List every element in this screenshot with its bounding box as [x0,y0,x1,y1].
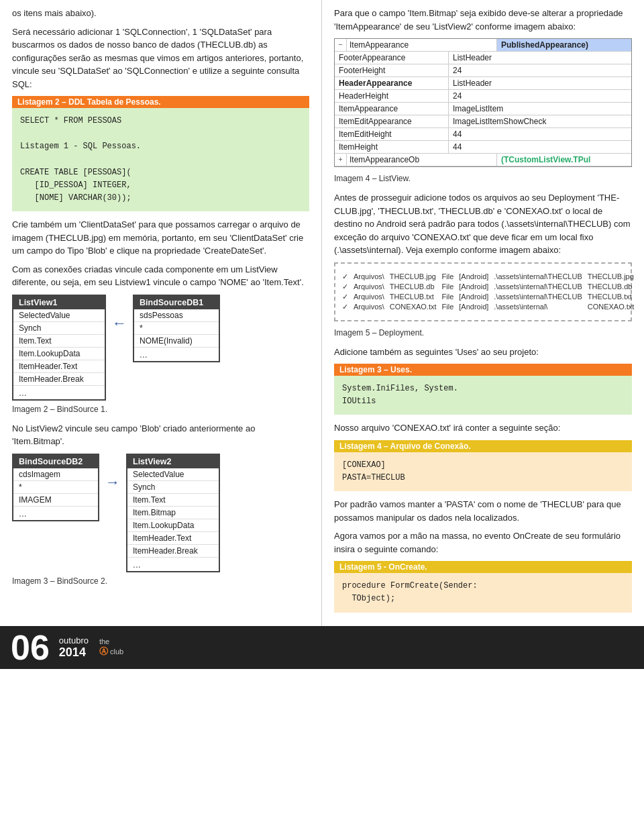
bindsourcedb1-box: BindSourceDB1 sdsPessoas * NOME(Invalid)… [133,295,220,362]
listview2-row-itemheadertext: ItemHeader.Text [127,532,219,545]
para-listview2: No ListView2 vincule seu campo 'Blob' cr… [12,422,309,448]
para-antes-de-prosseguir: Antes de prosseguir adicione todos os ar… [334,191,632,257]
section-label-listagem4: Listagem 4 – Arquivo de Conexão. [334,440,632,452]
prop-section-header: − ItemAppearance PublishedAppearance) [335,39,631,52]
prop-row-header-appearance: HeaderAppearance ListHeader [335,77,631,90]
footer-year: 2014 [59,646,89,660]
listview1-row-synch: Synch [13,322,105,335]
listview2-row-itemtext: Item.Text [127,494,219,507]
footer-day: 06 [11,630,50,665]
prop-row-footer-height: FooterHeight 24 [335,64,631,77]
deploy-row-4: ✓ Arquivos\ CONEXAO.txt File [Android] .… [339,302,637,312]
bind1-row-sdspessoas: sdsPessoas [134,309,219,322]
para-nosso-arquivo: Nosso arquivo 'CONEXAO.txt' irá conter a… [334,421,632,435]
footer-logo: the Ⓐ club [99,637,123,658]
arrow2-icon: → [105,474,120,491]
bind2-row-star: * [13,481,98,494]
code-block-conexao: [CONEXAO] PASTA=THECLUB [334,452,632,491]
footer: 06 outubro 2014 the Ⓐ club [0,626,644,669]
code-block-sql: SELECT * FROM PESSOAS Listagem 1 - SQL P… [12,108,309,211]
listview2-row-itemlookup: Item.LookupData [127,519,219,532]
bindsourcedb2-box: BindSourceDB2 cdsImagem * IMAGEM ... [12,454,99,521]
para-adicione-uses: Adicione também as seguintes 'Uses' ao s… [334,346,632,359]
deploy-row-1: ✓ Arquivos\ THECLUB.jpg File [Android] .… [339,272,637,282]
caption-img5: Imagem 5 – Deployment. [334,327,632,339]
caption-img4: Imagem 4 – ListView. [334,172,632,185]
para-agora-vamos: Agora vamos por a mão na massa, no event… [334,529,632,556]
bind1-row-star: * [134,322,219,335]
listview1-row-selectedvalue: SelectedValue [13,309,105,322]
deploy-row-3: ✓ Arquivos\ THECLUB.txt File [Android] .… [339,292,637,302]
listview1-row-itemheadertext: ItemHeader.Text [13,360,105,373]
listview2-row-selectedvalue: SelectedValue [127,468,219,481]
deploy-table: ✓ Arquivos\ THECLUB.jpg File [Android] .… [339,272,637,312]
listview2-dots: ... [127,558,219,571]
property-grid: − ItemAppearance PublishedAppearance) Fo… [334,38,632,167]
listview1-box: ListView1 SelectedValue Synch Item.Text … [12,295,106,401]
prop-expand-icon: − [335,39,347,51]
prop-row-header-height: HeaderHeight 24 [335,90,631,103]
deploy-table-container: ✓ Arquivos\ THECLUB.jpg File [Android] .… [334,262,632,321]
listview1-row-itemtext: Item.Text [13,335,105,348]
bind2-row-cdsimagem: cdsImagem [13,468,98,481]
prop-row-itemedit-appearance: ItemEditAppearance ImageListItemShowChec… [335,115,631,128]
section-label-listagem3: Listagem 3 – Uses. [334,364,632,376]
listview2-header: ListView2 [127,455,219,468]
listview1-row-itemlookup: Item.LookupData [13,348,105,360]
prop-section-key: ItemAppearance [347,39,497,51]
diagram-bindsource1: ListView1 SelectedValue Synch Item.Text … [12,295,309,401]
prop-expand2-icon: + [335,154,347,166]
diagram-bindsource2: BindSourceDB2 cdsImagem * IMAGEM ... → L… [12,454,309,572]
para-com-conexoes: Com as conexões criadas vincule cada com… [12,263,309,289]
listview2-row-itemheaderbreak: ItemHeader.Break [127,545,219,558]
listview2-row-itembitmap: Item.Bitmap [127,507,219,519]
bind1-dots: ... [134,348,219,361]
prop-row-item-appearance: ItemAppearance ImageListItem [335,103,631,115]
listview2-box: ListView2 SelectedValue Synch Item.Text … [126,454,220,572]
bind1-row-nome: NOME(Invalid) [134,335,219,348]
prop-bottom-val: (TCustomListView.TPul [497,154,631,166]
section-label-listagem2: Listagem 2 – DDL Tabela de Pessoas. [12,96,309,108]
arrow1: ← [106,315,133,332]
code-block-uses: System.IniFiles, System. IOUtils [334,376,632,415]
listview1-row-itemheaderbreak: ItemHeader.Break [13,373,105,386]
prop-row-itemedit-height: ItemEditHeight 44 [335,128,631,141]
para-para-que: Para que o campo 'Item.Bitmap' seja exib… [334,7,632,33]
prop-row-item-height: ItemHeight 44 [335,141,631,154]
listview1-header: ListView1 [13,296,105,309]
code-block-oncreate: procedure FormCreate(Sender: TObject); [334,573,632,612]
caption-img2: Imagem 2 – BindSource 1. [12,403,309,415]
prop-bottom-key: ItemAppearanceOb [347,154,497,166]
para-os-itens: os itens mais abaixo). [12,7,309,20]
arrow-icon: ← [112,315,127,332]
para-crie-tambem: Crie também um 'ClientDataSet' para que … [12,218,309,258]
bind2-row-imagem: IMAGEM [13,494,98,507]
prop-bottom-section: + ItemAppearanceOb (TCustomListView.TPul [335,154,631,166]
listview1-dots: ... [13,386,105,399]
bindsource1-header: BindSourceDB1 [134,296,219,309]
arrow2: → [99,474,126,491]
bindsource2-header: BindSourceDB2 [13,455,98,468]
caption-img3: Imagem 3 – BindSource 2. [12,575,309,587]
prop-section-val: PublishedAppearance) [497,39,631,51]
para-sera-necessario: Será necessário adicionar 1 'SQLConnecti… [12,25,309,91]
para-por-padrao: Por padrão vamos manter a 'PASTA' com o … [334,498,632,524]
deploy-row-2: ✓ Arquivos\ THECLUB.db File [Android] .\… [339,282,637,292]
bind2-dots: ... [13,507,98,520]
section-label-listagem5: Listagem 5 - OnCreate. [334,561,632,573]
prop-row-footer-appearance: FooterAppearance ListHeader [335,52,631,64]
footer-month: outubro [59,635,89,646]
listview2-row-synch: Synch [127,481,219,494]
